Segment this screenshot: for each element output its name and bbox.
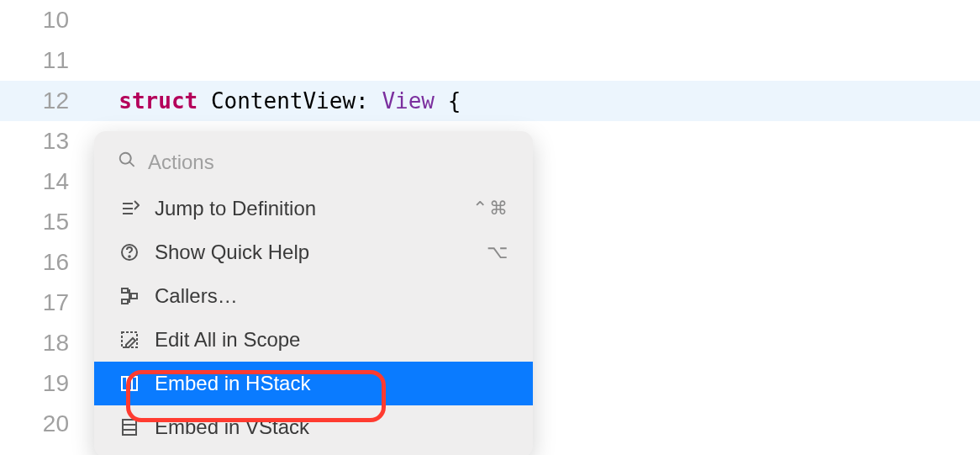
svg-rect-3: [122, 299, 128, 304]
line-number: 20: [0, 404, 69, 444]
menu-label: Show Quick Help: [155, 241, 473, 264]
menu-label: Embed in VStack: [155, 415, 496, 439]
menu-embed-in-hstack[interactable]: Embed in HStack: [94, 362, 533, 405]
line-number: 16: [0, 242, 69, 283]
menu-shortcut: ⌃⌘: [472, 198, 509, 220]
svg-rect-6: [122, 377, 137, 390]
line-number: 14: [0, 161, 69, 202]
hstack-icon: [118, 373, 141, 394]
svg-rect-4: [131, 294, 137, 299]
line-number: 15: [0, 202, 69, 242]
typename-contentview: ContentView: [211, 88, 356, 114]
code-line-10[interactable]: struct ContentView: View {: [92, 81, 980, 121]
menu-label: Jump to Definition: [155, 197, 459, 220]
edit-scope-icon: [118, 330, 141, 350]
menu-callers[interactable]: Callers…: [94, 274, 533, 318]
actions-popover: Jump to Definition ⌃⌘ Show Quick Help ⌥ …: [94, 131, 533, 455]
menu-show-quick-help[interactable]: Show Quick Help ⌥: [94, 230, 533, 274]
line-number: 12: [0, 81, 69, 121]
svg-rect-2: [122, 288, 128, 293]
menu-label: Embed in HStack: [155, 372, 496, 395]
menu-shortcut: ⌥: [487, 241, 509, 263]
line-number: 19: [0, 363, 69, 404]
line-number: 18: [0, 323, 69, 363]
menu-edit-all-in-scope[interactable]: Edit All in Scope: [94, 318, 533, 362]
jump-icon: [118, 198, 141, 219]
actions-search-input[interactable]: [146, 150, 509, 175]
type-view: View: [382, 88, 435, 114]
callers-icon: [118, 286, 141, 306]
menu-label: Callers…: [155, 284, 496, 308]
vstack-icon: [118, 417, 141, 437]
menu-embed-in-vstack[interactable]: Embed in VStack: [94, 405, 533, 449]
actions-search-row: [94, 145, 533, 187]
line-number-gutter: 1011121314151617181920: [0, 0, 84, 444]
line-number: 10: [0, 0, 69, 40]
help-icon: [118, 242, 141, 262]
line-number: 11: [0, 40, 69, 81]
menu-jump-to-definition[interactable]: Jump to Definition ⌃⌘: [94, 187, 533, 230]
menu-label: Edit All in Scope: [155, 328, 496, 352]
line-number: 17: [0, 283, 69, 323]
keyword-struct: struct: [119, 88, 198, 114]
svg-rect-9: [123, 420, 136, 435]
line-number: 13: [0, 121, 69, 161]
search-icon: [118, 151, 136, 174]
svg-point-1: [129, 256, 130, 257]
